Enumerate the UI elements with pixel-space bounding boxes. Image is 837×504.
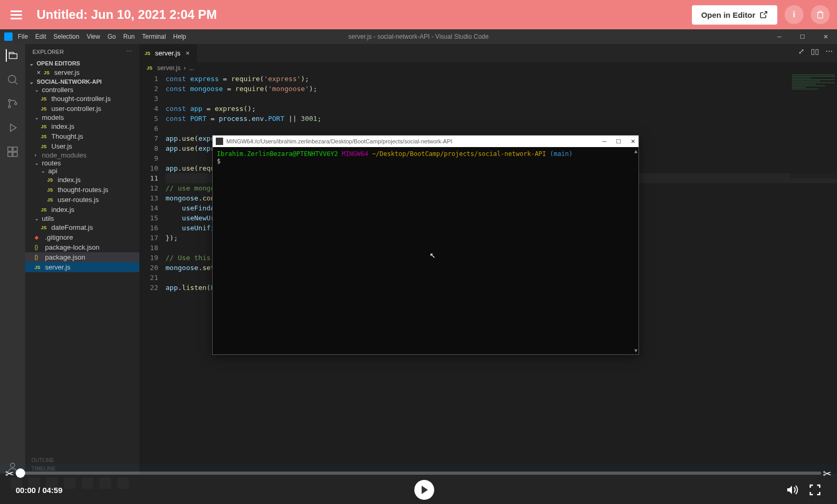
js-file-icon: JS bbox=[41, 106, 48, 111]
seek-bar[interactable] bbox=[0, 468, 837, 478]
trash-icon bbox=[816, 10, 824, 19]
editor-toolbar: ⤢ ▯▯ ⋯ bbox=[798, 47, 833, 55]
seek-thumb[interactable] bbox=[16, 468, 25, 478]
file-user-controller[interactable]: JSuser-controller.js bbox=[25, 104, 139, 114]
file-index2[interactable]: JSindex.js bbox=[25, 175, 139, 185]
menu-go[interactable]: Go bbox=[107, 33, 116, 40]
split-icon[interactable]: ▯▯ bbox=[811, 47, 819, 55]
terminal-title: MINGW64:/c/Users/ibrahim.zerlinbezara/De… bbox=[226, 138, 453, 144]
menu-help[interactable]: Help bbox=[173, 33, 186, 40]
svg-rect-7 bbox=[13, 152, 17, 156]
scroll-up-icon[interactable]: ▲ bbox=[634, 148, 637, 154]
tab-close-icon[interactable]: × bbox=[183, 48, 192, 58]
svg-rect-4 bbox=[8, 147, 12, 151]
search-icon[interactable] bbox=[6, 73, 19, 86]
file-pkglock[interactable]: {}package-lock.json bbox=[25, 242, 139, 252]
folder-label: controllers bbox=[42, 86, 73, 94]
menu-icon[interactable] bbox=[7, 7, 25, 23]
menu-selection[interactable]: Selection bbox=[53, 33, 79, 40]
window-title: server.js - social-network-API - Visual … bbox=[348, 33, 489, 40]
file-user[interactable]: JSUser.js bbox=[25, 141, 139, 151]
source-control-icon[interactable] bbox=[6, 97, 19, 110]
file-label: Thought.js bbox=[51, 132, 83, 140]
terminal-minimize-icon[interactable]: ─ bbox=[602, 138, 607, 145]
close-icon[interactable]: × bbox=[37, 69, 41, 76]
js-file-icon: JS bbox=[47, 187, 54, 193]
terminal-mingw: MINGW64 bbox=[342, 150, 368, 158]
video-player-bar: ✂ ✂ 00:00 / 04:59 bbox=[0, 474, 837, 504]
open-in-editor-button[interactable]: Open in Editor bbox=[692, 5, 777, 25]
extensions-icon[interactable] bbox=[6, 145, 19, 158]
terminal-prompt: $ bbox=[217, 158, 221, 165]
folder-label: node_modules bbox=[42, 151, 86, 159]
terminal-titlebar[interactable]: MINGW64:/c/Users/ibrahim.zerlinbezara/De… bbox=[213, 136, 638, 147]
more-icon[interactable]: ⋯ bbox=[126, 48, 132, 55]
project-section[interactable]: ⌄SOCIAL-NETWORK-API bbox=[25, 77, 139, 86]
terminal-close-icon[interactable]: ✕ bbox=[631, 138, 635, 145]
fullscreen-icon[interactable] bbox=[809, 484, 821, 496]
folder-models[interactable]: ⌄models bbox=[25, 114, 139, 121]
menu-file[interactable]: File bbox=[18, 33, 28, 40]
file-label: thought-controller.js bbox=[51, 95, 111, 103]
file-thought-routes[interactable]: JSthought-routes.js bbox=[25, 185, 139, 195]
vscode-logo-icon bbox=[4, 32, 13, 41]
folder-utils[interactable]: ⌄utils bbox=[25, 215, 139, 222]
file-index3[interactable]: JSindex.js bbox=[25, 205, 139, 215]
menu-terminal[interactable]: Terminal bbox=[142, 33, 166, 40]
terminal-body[interactable]: ▲ Ibrahim.ZerlinBezara@PTENHTVV6Y2 MINGW… bbox=[213, 147, 638, 354]
terminal-path: ~/Desktop/BootCamp/projects/social-netwo… bbox=[372, 150, 546, 158]
delete-button[interactable] bbox=[811, 5, 830, 24]
file-index1[interactable]: JSindex.js bbox=[25, 121, 139, 131]
outline-label[interactable]: OUTLINE bbox=[31, 457, 54, 463]
js-file-icon: JS bbox=[41, 225, 48, 230]
file-thought-controller[interactable]: JSthought-controller.js bbox=[25, 94, 139, 104]
breadcrumb[interactable]: JS server.js › ... bbox=[139, 62, 837, 74]
folder-node-modules[interactable]: ›node_modules bbox=[25, 151, 139, 159]
folder-controllers[interactable]: ⌄controllers bbox=[25, 86, 139, 94]
file-dateformat[interactable]: JSdateFormat.js bbox=[25, 222, 139, 232]
terminal-user: Ibrahim.ZerlinBezara@PTENHTVV6Y2 bbox=[217, 150, 338, 158]
svg-point-2 bbox=[8, 106, 10, 108]
svg-point-1 bbox=[8, 99, 10, 102]
folder-routes[interactable]: ⌄routes bbox=[25, 159, 139, 167]
file-label: user-routes.js bbox=[58, 196, 99, 204]
menu-view[interactable]: View bbox=[86, 33, 100, 40]
menu-bar: File Edit Selection View Go Run Terminal… bbox=[18, 33, 186, 40]
open-editors-section[interactable]: ⌄OPEN EDITORS bbox=[25, 59, 139, 68]
project-label: SOCIAL-NETWORK-API bbox=[37, 79, 102, 85]
maximize-button[interactable]: ☐ bbox=[791, 29, 814, 44]
debug-icon[interactable] bbox=[6, 121, 19, 134]
seek-track[interactable] bbox=[16, 472, 821, 475]
breadcrumb-rest: ... bbox=[189, 64, 194, 72]
terminal-window[interactable]: MINGW64:/c/Users/ibrahim.zerlinbezara/De… bbox=[212, 135, 639, 355]
file-server[interactable]: JSserver.js bbox=[25, 262, 139, 272]
breadcrumb-sep: › bbox=[184, 64, 186, 72]
time-current: 00:00 bbox=[16, 486, 36, 495]
terminal-maximize-icon[interactable]: ☐ bbox=[616, 138, 621, 145]
file-gitignore[interactable]: ◆.gitignore bbox=[25, 232, 139, 242]
explorer-label: EXPLORER bbox=[32, 49, 64, 55]
file-thought[interactable]: JSThought.js bbox=[25, 131, 139, 141]
minimap[interactable] bbox=[790, 74, 837, 178]
file-label: index.js bbox=[51, 206, 74, 214]
minimize-button[interactable]: ─ bbox=[768, 29, 791, 44]
tab-server[interactable]: JS server.js × bbox=[139, 44, 197, 62]
more-icon[interactable]: ⋯ bbox=[825, 47, 833, 55]
file-label: server.js bbox=[54, 69, 80, 76]
menu-run[interactable]: Run bbox=[123, 33, 135, 40]
scroll-down-icon[interactable]: ▼ bbox=[634, 348, 637, 353]
menu-edit[interactable]: Edit bbox=[35, 33, 46, 40]
external-link-icon bbox=[759, 10, 768, 19]
open-editor-item[interactable]: ×JSserver.js bbox=[25, 68, 139, 77]
compare-icon[interactable]: ⤢ bbox=[798, 47, 805, 55]
play-button[interactable] bbox=[414, 480, 434, 500]
volume-icon[interactable] bbox=[786, 484, 798, 496]
folder-api[interactable]: ⌄api bbox=[25, 167, 139, 175]
js-file-icon: JS bbox=[35, 265, 42, 270]
explorer-icon[interactable] bbox=[6, 49, 18, 62]
info-button[interactable]: i bbox=[785, 5, 803, 24]
file-pkg[interactable]: {}package.json bbox=[25, 252, 139, 262]
close-button[interactable]: ✕ bbox=[814, 29, 837, 44]
file-user-routes[interactable]: JSuser-routes.js bbox=[25, 195, 139, 205]
file-label: package-lock.json bbox=[45, 243, 100, 251]
